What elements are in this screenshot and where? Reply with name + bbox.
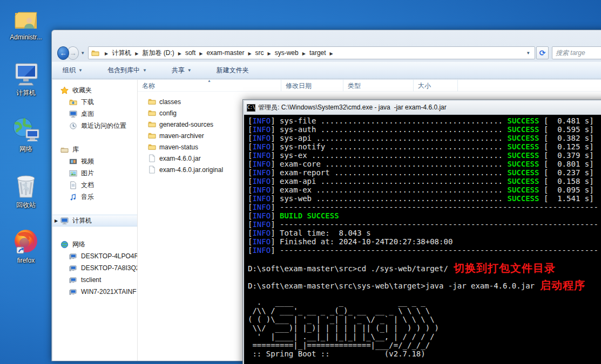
breadcrumb-arrow-icon: ▶ [246,51,253,56]
desktop-icon-label: 回收站 [4,201,48,210]
star-icon [60,86,69,94]
nav-item[interactable]: 下载 [52,96,137,108]
console-line: [INFO] sys-file ........................… [248,116,601,125]
desktop-icon-label: 计算机 [4,88,48,98]
desktop-icon-recycle-bin[interactable]: 回收站 [4,170,48,210]
nav-item-label: DESKTOP-7A8I3Q2 [81,264,138,272]
desktop-icon-label: Administr... [4,33,48,41]
column-header-label: 类型 [348,82,361,90]
back-button[interactable]: ← [57,46,69,60]
breadcrumb-segment[interactable]: soft [183,47,198,58]
address-bar[interactable]: ▶计算机▶新加卷 (D:)▶soft▶exam-master▶src▶sys-w… [88,46,535,59]
desktop: Administr... 计算机 网络 回收站 firefox ← → ▼ [0,0,601,364]
folder-down-icon [69,98,78,106]
file-name: config [159,109,177,117]
column-header-label: 修改日期 [286,82,312,90]
annotation-red: 启动程序 [540,279,585,292]
nav-item-label: 最近访问的位置 [81,121,126,131]
column-header-0[interactable]: ▲名称 [138,80,281,91]
desktop-icon-administrator[interactable]: Administr... [4,3,48,41]
film-icon [69,157,78,166]
breadcrumb-segment[interactable]: exam-master [204,47,246,58]
refresh-button[interactable]: ⟳ [536,46,549,59]
nav-item[interactable]: DESKTOP-7A8I3Q2 [52,262,137,274]
toolbar-button-label: 新建文件夹 [217,66,249,75]
column-header-3[interactable]: 大小 [414,80,458,91]
nav-item[interactable]: 图片 [52,167,137,179]
nav-item[interactable]: WIN7-2021XTAINF [52,286,137,298]
history-caret-icon[interactable]: ▼ [80,51,85,56]
address-dropdown-icon[interactable]: ▼ [524,51,532,56]
console-line: [INFO] sys-ex ..........................… [248,151,601,160]
nav-item[interactable]: 文档 [52,179,137,191]
pc-icon [69,288,78,296]
nav-section-label: 收藏夹 [72,86,92,95]
nav-section-2[interactable]: ▶计算机 [52,215,137,226]
console-line: [INFO] sys-auth ........................… [248,125,601,134]
nav-item[interactable]: DESKTOP-4LPO4R [52,250,137,262]
desktop-icon-computer[interactable]: 计算机 [4,58,48,98]
pc-icon [69,276,78,284]
sort-ascending-icon: ▲ [207,80,211,83]
breadcrumb: ▶计算机▶新加卷 (D:)▶soft▶exam-master▶src▶sys-w… [103,49,335,58]
console-output[interactable]: [INFO] sys-file ........................… [244,115,601,364]
column-header-label: 大小 [418,82,431,90]
monitor-icon [69,110,78,118]
column-header-label: 名称 [142,82,155,90]
computer-icon [4,58,48,87]
cmd-titlebar[interactable]: C:\ 管理员: C:\Windows\System32\cmd.exe - j… [244,101,601,115]
nav-section-1[interactable]: 库 [52,143,137,155]
toolbar-button-2[interactable]: 共享▼ [168,64,195,77]
folder-icon [147,143,157,151]
nav-item-label: 下载 [81,98,94,107]
nav-item-label: DESKTOP-4LPO4R [81,252,138,260]
console-line: D:\soft\exam-master\src\sys-web\target>j… [248,280,601,289]
console-line: /\\ / ___'_ __ _ _(_)_ __ __ _ \ \ \ \ [248,306,601,315]
desktop-icon-network[interactable]: 网络 [4,114,48,154]
toolbar-button-3[interactable]: 新建文件夹 [213,64,252,77]
breadcrumb-segment[interactable]: src [253,47,266,58]
library-icon [60,146,69,154]
folder-icon [147,109,157,117]
nav-section-3[interactable]: 网络 [52,238,137,250]
console-line: ( ( )\___ | '_ | '_| | '_ \/ _` | \ \ \ … [248,315,601,324]
file-icon [147,166,157,174]
annotation-red: 切换到打包文件目录 [454,262,556,274]
nav-section-label: 计算机 [72,216,92,225]
nav-item-label: 视频 [81,157,94,166]
console-line: [INFO] exam-core .......................… [248,160,601,168]
column-header-2[interactable]: 类型 [343,80,414,91]
column-header-1[interactable]: 修改日期 [281,80,343,91]
doc-icon [69,181,78,189]
expander-arrow-icon[interactable]: ▶ [55,218,58,223]
nav-item[interactable]: 桌面 [52,108,137,120]
console-line: =========|_|==============|___/=/_/_/_/ [248,341,601,349]
console-line: [INFO] exam-api ........................… [248,177,601,186]
file-name: exam-4.6.0.jar.original [159,166,223,174]
console-line: [INFO] sys-web .........................… [248,194,601,203]
firefox-icon [4,226,48,256]
toolbar-button-0[interactable]: 组织▼ [59,64,86,77]
breadcrumb-segment[interactable]: 新加卷 (D:) [140,47,176,58]
nav-item-label: tsclient [81,276,101,284]
console-line: [INFO] BUILD SUCCESS [248,211,601,220]
console-line: [INFO] Finished at: 2024-10-24T20:27:38+… [248,237,601,246]
toolbar-button-1[interactable]: 包含到库中▼ [104,64,150,77]
nav-section-label: 网络 [72,240,85,249]
file-icon [147,154,157,162]
pc-icon [69,252,78,260]
desktop-icon-firefox[interactable]: firefox [4,226,48,264]
nav-section-0[interactable]: 收藏夹 [52,84,137,96]
nav-item[interactable]: 视频 [52,155,137,167]
nav-item[interactable]: 音乐 [52,191,137,203]
breadcrumb-segment[interactable]: target [307,47,328,58]
nav-item[interactable]: tsclient [52,274,137,286]
breadcrumb-segment[interactable]: sys-web [273,47,301,58]
cmd-window: C:\ 管理员: C:\Windows\System32\cmd.exe - j… [243,100,601,364]
search-box[interactable]: 搜索 targe [552,46,601,59]
console-line: :: Spring Boot :: (v2.7.18) [248,349,601,358]
file-name: maven-archiver [159,132,204,140]
explorer-titlebar[interactable] [52,30,601,44]
breadcrumb-segment[interactable]: 计算机 [110,47,133,58]
nav-item[interactable]: 最近访问的位置 [52,120,137,132]
